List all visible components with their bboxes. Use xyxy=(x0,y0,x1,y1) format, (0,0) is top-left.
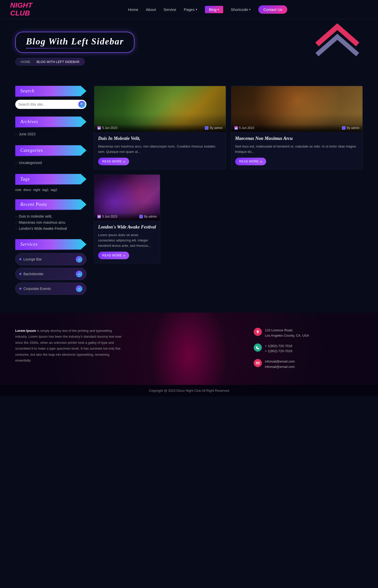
recent-post-link-2[interactable]: Maecenas non maximus arcu xyxy=(19,220,65,224)
main-layout: Search 🔍 Archives June 2023 Categories U… xyxy=(0,76,378,313)
tags-widget-title: Tags xyxy=(15,174,86,184)
calendar-icon-2: 📅 xyxy=(234,126,238,130)
categories-widget: Categories Uncategorized xyxy=(15,145,86,166)
nav-service[interactable]: Service xyxy=(163,7,176,12)
service-dot xyxy=(19,273,21,275)
post-title-3: London's Wide Awake Festival xyxy=(98,224,156,230)
service-item-lounge-bar[interactable]: Lounge Bar ›› xyxy=(15,253,86,265)
post-content-3: London's Wide Awake Festival Lorem ipsum… xyxy=(94,220,160,263)
post-author-1: 👤 By admin xyxy=(205,126,222,130)
tag-tag2[interactable]: tag2 xyxy=(51,188,57,192)
read-more-btn-2[interactable]: READ MORE xyxy=(235,158,266,165)
post-excerpt-1: Maecenas non maximus arcu, non ullamcorp… xyxy=(98,144,222,155)
service-dot xyxy=(19,288,21,290)
page-title: Blog With Left Sidebar xyxy=(26,36,124,47)
archives-widget-title: Archives xyxy=(15,117,86,127)
copyright-text: Copyright @ 2023 Disco Night Club All Ri… xyxy=(15,389,363,393)
categories-divider xyxy=(15,156,86,156)
navigation: Night Club Home About Service Pages Blog… xyxy=(0,0,378,19)
post-date-2: 📅 5 Jun 2023 xyxy=(234,126,254,130)
post-excerpt-3: Lorem ipsum dolor sit amet, consectetur … xyxy=(98,233,156,248)
services-divider xyxy=(15,250,86,250)
post-meta-bar-1: 📅 5 Jun 2023 👤 By admin xyxy=(94,124,226,132)
recent-posts-widget: Recent Posts Duis in molestie velit, Mae… xyxy=(15,199,86,232)
calendar-icon-1: 📅 xyxy=(97,126,101,130)
category-item: Uncategorized xyxy=(15,159,86,166)
archive-item: June 2023 xyxy=(15,130,86,138)
archives-divider xyxy=(15,127,86,127)
categories-widget-title: Categories xyxy=(15,145,86,156)
footer-about-text: Lorem Ipsum is simply dummy text of the … xyxy=(15,328,124,363)
footer-bottom: Copyright @ 2023 Disco Night Club All Ri… xyxy=(0,385,378,396)
service-arrow-lounge-bar[interactable]: ›› xyxy=(76,256,82,263)
nav-blog[interactable]: Blog xyxy=(205,6,223,13)
post-excerpt-2: Sed risus est, malesuada id hendrerit ut… xyxy=(235,144,359,155)
location-icon xyxy=(254,328,262,336)
search-widget: Search 🔍 xyxy=(15,86,86,109)
footer-spacer xyxy=(134,328,244,375)
calendar-icon-3: 📅 xyxy=(97,215,101,218)
post-image-wrap-3: 📅 5 Jun 2023 👤 By admin xyxy=(94,175,160,220)
nav-shortcode[interactable]: Shortcode xyxy=(231,7,251,12)
post-image-wrap-2: 📅 5 Jun 2023 👤 By admin xyxy=(231,86,363,132)
site-logo[interactable]: Night Club xyxy=(10,2,32,17)
nav-home[interactable]: Home xyxy=(128,7,138,12)
footer: Lorem Ipsum is simply dummy text of the … xyxy=(0,313,378,396)
services-widget: Services Lounge Bar ›› Bachelorette ›› xyxy=(15,239,86,295)
post-content-2: Maecenas non maximus arcu Sed risus est,… xyxy=(231,132,363,169)
service-arrow-bachelorette[interactable]: ›› xyxy=(76,271,82,277)
nav-pages[interactable]: Pages xyxy=(184,7,197,12)
post-card-3: 📅 5 Jun 2023 👤 By admin London's Wide Aw… xyxy=(94,174,160,263)
logo-line1: Night xyxy=(10,2,32,9)
search-box: 🔍 xyxy=(15,100,86,109)
recent-post-link-1[interactable]: Duis in molestie velit, xyxy=(19,214,52,218)
footer-about-body: is simply dummy text of the printing and… xyxy=(15,329,122,362)
tag-tag1[interactable]: tag1 xyxy=(42,188,49,192)
recent-post-link-3[interactable]: London's Wide Awake Festival xyxy=(19,226,67,231)
blog-posts: 📅 5 Jun 2023 👤 By admin Duis in molestie… xyxy=(94,86,363,302)
footer-address: 110 Lorence Road, Los Angeles County, CA… xyxy=(254,328,363,338)
post-meta-bar-2: 📅 5 Jun 2023 👤 By admin xyxy=(231,124,363,132)
service-label-lounge-bar: Lounge Bar xyxy=(23,257,42,261)
recent-posts-divider xyxy=(15,210,86,210)
service-arrow-corporate[interactable]: ›› xyxy=(76,285,82,292)
posts-grid: 📅 5 Jun 2023 👤 By admin Duis in molestie… xyxy=(94,86,363,263)
archive-link-june2023[interactable]: June 2023 xyxy=(19,132,35,136)
tag-club[interactable]: club xyxy=(15,188,21,192)
nav-links: Home About Service Pages Blog Shortcode … xyxy=(48,5,368,14)
email-text: infomail@email.com infomail@email.com xyxy=(265,359,295,370)
tags-container: club disco night tag1 tag2 xyxy=(15,188,86,192)
search-input[interactable] xyxy=(18,102,78,106)
author-icon-2: 👤 xyxy=(342,126,345,130)
phone-icon xyxy=(254,344,262,352)
email-icon xyxy=(254,359,262,367)
category-link-uncategorized[interactable]: Uncategorized xyxy=(19,161,42,165)
nav-contact[interactable]: Contact Us xyxy=(258,5,287,14)
footer-about: Lorem Ipsum is simply dummy text of the … xyxy=(15,328,124,375)
post-meta-bar-3: 📅 5 Jun 2023 👤 By admin xyxy=(94,213,160,220)
breadcrumb: HOME : BLOG WITH LEFT SIDEBAR xyxy=(15,58,85,66)
service-item-corporate[interactable]: Corpotate Events ›› xyxy=(15,283,86,295)
breadcrumb-current: BLOG WITH LEFT SIDEBAR xyxy=(37,60,80,64)
service-label-bachelorette: Bachelorette xyxy=(23,272,43,276)
footer-about-bold: Lorem Ipsum xyxy=(15,329,36,333)
post-date-1: 📅 5 Jun 2023 xyxy=(97,126,117,130)
nav-about[interactable]: About xyxy=(146,7,156,12)
footer-phone: + 1(902)-720-7016 + 1(902)-720-7016 xyxy=(254,344,363,354)
address-text: 110 Lorence Road, Los Angeles County, CA… xyxy=(265,328,309,338)
read-more-btn-1[interactable]: READ MORE xyxy=(98,158,129,165)
search-button[interactable]: 🔍 xyxy=(78,101,85,108)
recent-posts-widget-title: Recent Posts xyxy=(15,199,86,210)
tag-disco[interactable]: disco xyxy=(23,188,31,192)
read-more-btn-3[interactable]: READ MORE xyxy=(98,252,129,259)
search-divider xyxy=(15,96,86,97)
banner-decoration xyxy=(312,22,363,62)
breadcrumb-home[interactable]: HOME xyxy=(21,60,31,64)
footer-content: Lorem Ipsum is simply dummy text of the … xyxy=(0,313,378,385)
tag-night[interactable]: night xyxy=(33,188,40,192)
footer-contact: 110 Lorence Road, Los Angeles County, CA… xyxy=(254,328,363,375)
breadcrumb-separator: : xyxy=(33,60,34,64)
service-item-bachelorette[interactable]: Bachelorette ›› xyxy=(15,268,86,280)
post-title-2: Maecenas non maximus arcu xyxy=(235,136,359,141)
logo-line2: Club xyxy=(10,9,32,17)
